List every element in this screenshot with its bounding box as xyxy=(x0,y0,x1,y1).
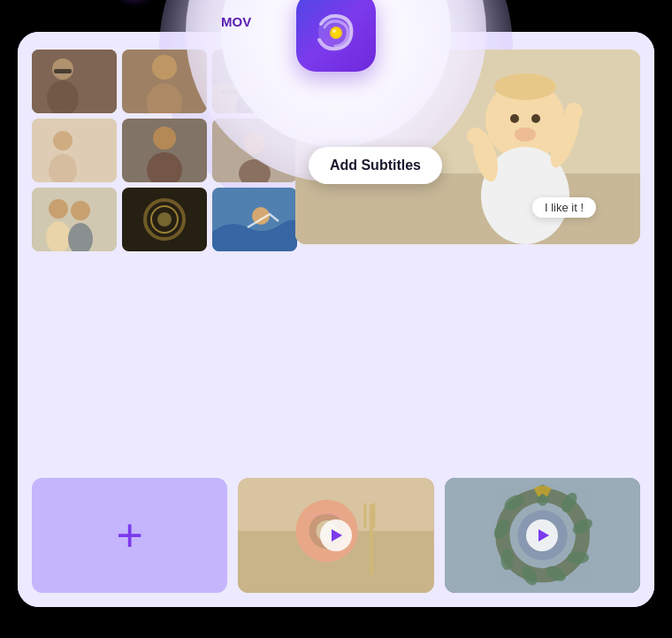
play-triangle-1 xyxy=(332,529,342,542)
thumb-svg-9 xyxy=(212,188,297,251)
svg-point-80 xyxy=(500,549,513,570)
main-container: AAC MKV AC3 MP3 MP4 MOV xyxy=(18,32,654,607)
thumb-1 xyxy=(32,50,117,113)
svg-rect-68 xyxy=(370,503,373,574)
app-icon xyxy=(296,0,376,72)
svg-rect-16 xyxy=(54,69,72,73)
add-media-button[interactable]: + xyxy=(32,478,227,593)
svg-rect-15 xyxy=(32,50,117,113)
thumb-7 xyxy=(32,188,117,251)
subtitle-badge: I like it ! xyxy=(532,197,596,218)
thumb-svg-7 xyxy=(32,188,117,251)
app-logo xyxy=(310,6,362,58)
bottom-row: + xyxy=(32,478,640,593)
play-button-2[interactable] xyxy=(526,519,558,551)
thumb-8 xyxy=(122,188,207,251)
svg-point-8 xyxy=(332,28,340,37)
thumb-svg-4 xyxy=(32,119,117,182)
svg-point-61 xyxy=(565,103,583,120)
thumb-svg-8 xyxy=(122,188,207,251)
svg-point-38 xyxy=(49,199,68,219)
add-subtitles-button[interactable]: Add Subtitles xyxy=(309,147,442,184)
svg-rect-46 xyxy=(122,188,207,251)
plus-icon: + xyxy=(116,512,142,558)
thumb-svg-1 xyxy=(32,50,117,113)
thumb-4 xyxy=(32,119,117,182)
svg-point-56 xyxy=(531,114,540,123)
svg-point-57 xyxy=(515,127,536,142)
bottom-thumb-2 xyxy=(445,478,640,593)
svg-point-77 xyxy=(567,551,588,564)
svg-point-40 xyxy=(71,201,90,220)
play-button-1[interactable] xyxy=(320,519,352,551)
svg-rect-29 xyxy=(32,119,117,182)
svg-point-55 xyxy=(510,114,519,123)
format-mov: MOV xyxy=(221,14,251,29)
thumb-9 xyxy=(212,188,297,251)
svg-point-9 xyxy=(332,29,336,33)
play-triangle-2 xyxy=(538,529,549,542)
bottom-thumb-1 xyxy=(238,478,433,593)
